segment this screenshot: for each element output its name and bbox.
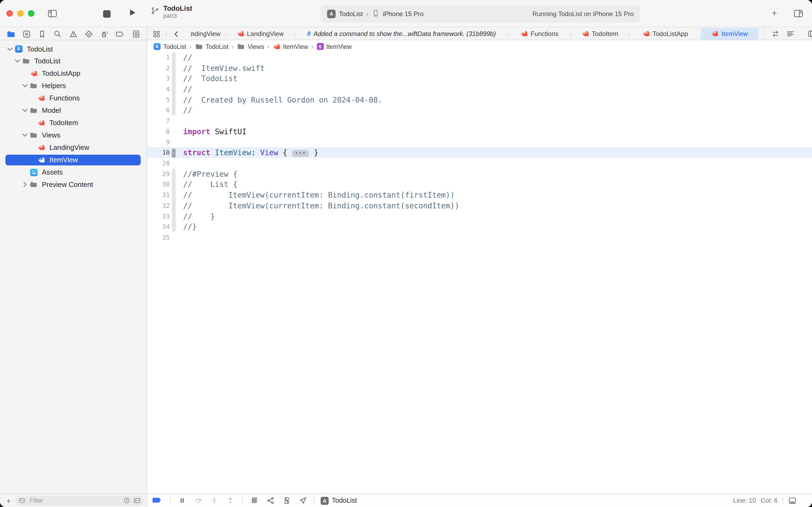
- step-out-icon[interactable]: [226, 495, 235, 506]
- recent-files-clock-icon[interactable]: [123, 495, 130, 506]
- breadcrumb-item-views-2[interactable]: Views: [237, 43, 264, 51]
- line-number[interactable]: 32: [147, 202, 170, 210]
- code-text[interactable]: // ItemView(currentItem: Binding.constan…: [176, 191, 455, 199]
- line-number[interactable]: 9: [147, 138, 170, 146]
- find-navigator-icon[interactable]: [52, 29, 64, 39]
- fold-ribbon[interactable]: [172, 169, 176, 179]
- activity-status-bar[interactable]: A TodoList › iPhone 15 Pro Running TodoL…: [321, 5, 640, 22]
- code-line-32[interactable]: 32// ItemView(currentItem: Binding.const…: [147, 200, 812, 211]
- fold-ribbon[interactable]: [172, 200, 176, 211]
- code-text[interactable]: // List {: [176, 180, 237, 189]
- run-button[interactable]: [128, 8, 137, 17]
- code-line-6[interactable]: 6//: [147, 105, 812, 115]
- line-number[interactable]: 7: [147, 117, 170, 125]
- code-line-28[interactable]: 28: [147, 158, 812, 168]
- code-text[interactable]: // Created by Russell Gordon on 2024-04-…: [176, 95, 383, 104]
- window-minimize-button[interactable]: [17, 10, 23, 17]
- line-number[interactable]: 30: [147, 181, 170, 188]
- disclosure-open-icon[interactable]: [22, 108, 27, 113]
- code-line-5[interactable]: 5// Created by Russell Gordon on 2024-04…: [147, 95, 812, 105]
- sidebar-item-assets[interactable]: Assets: [0, 166, 147, 178]
- fold-ribbon[interactable]: [172, 84, 176, 94]
- scheme-device-selector[interactable]: A TodoList › iPhone 15 Pro: [327, 9, 424, 18]
- line-number[interactable]: 33: [147, 212, 170, 220]
- issues-navigator-icon[interactable]: [67, 29, 79, 39]
- source-control-summary[interactable]: TodoList part3: [151, 4, 192, 19]
- simulate-location-icon[interactable]: [299, 495, 307, 506]
- tab-added[interactable]: #Added a command to show the...wiftData …: [295, 28, 508, 40]
- code-line-4[interactable]: 4//: [147, 84, 812, 94]
- window-zoom-button[interactable]: [28, 10, 35, 17]
- line-number[interactable]: 10: [147, 149, 170, 157]
- line-number[interactable]: 5: [147, 96, 170, 103]
- line-number[interactable]: 29: [147, 170, 170, 178]
- memory-graph-icon[interactable]: [267, 495, 275, 506]
- sidebar-item-views[interactable]: Views: [0, 129, 147, 141]
- fold-ribbon[interactable]: [172, 105, 176, 115]
- code-line-7[interactable]: 7: [147, 116, 812, 126]
- filter-field[interactable]: [15, 496, 144, 506]
- fold-ribbon[interactable]: [172, 137, 176, 148]
- code-line-2[interactable]: 2// ItemView.swift: [147, 63, 812, 73]
- go-back-icon[interactable]: [170, 29, 182, 39]
- bookmarks-navigator-icon[interactable]: [36, 29, 48, 39]
- code-line-30[interactable]: 30// List {: [147, 179, 812, 189]
- sidebar-item-todolistapp[interactable]: TodoListApp: [0, 67, 147, 80]
- tests-navigator-icon[interactable]: [83, 29, 95, 39]
- fold-ribbon[interactable]: [172, 95, 176, 105]
- stop-button[interactable]: [103, 10, 111, 18]
- sidebar-item-landingview[interactable]: LandingView: [0, 141, 147, 154]
- running-app[interactable]: A TodoList: [321, 497, 357, 505]
- code-text[interactable]: struct ItemView: View { ••• }: [176, 149, 318, 157]
- sidebar-item-preview-content[interactable]: Preview Content: [0, 178, 147, 191]
- code-text[interactable]: // TodoList: [176, 74, 237, 83]
- sidebar-item-model[interactable]: Model: [0, 105, 147, 117]
- fold-ribbon[interactable]: [172, 73, 176, 84]
- navigator-sidebar-toggle-icon[interactable]: [47, 9, 57, 18]
- inspector-sidebar-toggle-icon[interactable]: [793, 9, 803, 18]
- disclosure-closed-icon[interactable]: [22, 182, 27, 187]
- window-close-button[interactable]: [6, 10, 13, 17]
- reports-navigator-icon[interactable]: [130, 29, 142, 39]
- code-review-icon[interactable]: [771, 29, 780, 39]
- fold-ribbon[interactable]: [172, 232, 176, 242]
- add-file-button[interactable]: +: [5, 496, 12, 505]
- sidebar-item-helpers[interactable]: Helpers: [0, 80, 147, 92]
- filter-input[interactable]: [28, 497, 120, 504]
- code-line-1[interactable]: 1//: [147, 52, 812, 63]
- line-number[interactable]: 2: [147, 64, 170, 72]
- tab-todolistapp[interactable]: TodoListApp: [629, 28, 701, 40]
- fold-ribbon[interactable]: [172, 190, 176, 200]
- adjust-editor-options-icon[interactable]: [786, 29, 795, 39]
- disclosure-open-icon[interactable]: [7, 46, 12, 52]
- debug-area-toggle-icon[interactable]: [788, 495, 797, 506]
- line-number[interactable]: 8: [147, 128, 170, 135]
- sidebar-item-todoitem[interactable]: TodoItem: [0, 117, 147, 129]
- tab-todoitem[interactable]: TodoItem: [571, 28, 629, 40]
- line-number[interactable]: 3: [147, 75, 170, 82]
- code-line-3[interactable]: 3// TodoList: [147, 73, 812, 84]
- sidebar-item-todolist[interactable]: TodoList: [0, 55, 147, 67]
- code-text[interactable]: import SwiftUI: [176, 127, 246, 136]
- step-over-icon[interactable]: [194, 495, 202, 506]
- folded-code-pill[interactable]: •••: [292, 150, 309, 157]
- code-line-33[interactable]: 33// }: [147, 211, 812, 222]
- fold-ribbon[interactable]: [172, 63, 176, 73]
- code-line-31[interactable]: 31// ItemView(currentItem: Binding.const…: [147, 190, 812, 200]
- debug-navigator-icon[interactable]: [99, 29, 111, 39]
- code-fold-marker-icon[interactable]: ›: [172, 149, 176, 158]
- related-items-icon[interactable]: [151, 29, 162, 39]
- code-text[interactable]: //: [176, 53, 192, 62]
- tab-itemview[interactable]: ItemView: [701, 28, 758, 40]
- code-text[interactable]: //}: [176, 223, 197, 231]
- tab-functions[interactable]: Functions: [509, 28, 570, 40]
- pause-icon[interactable]: [178, 495, 186, 506]
- scm-status-filter-icon[interactable]: [133, 495, 141, 506]
- line-number[interactable]: 35: [147, 234, 170, 241]
- breakpoints-active-icon[interactable]: [152, 495, 162, 506]
- line-number[interactable]: 28: [147, 160, 170, 167]
- fold-ribbon[interactable]: [172, 126, 176, 137]
- line-number[interactable]: 1: [147, 54, 170, 61]
- code-line-8[interactable]: 8import SwiftUI: [147, 126, 812, 137]
- tab-landingview[interactable]: LandingView: [226, 28, 294, 40]
